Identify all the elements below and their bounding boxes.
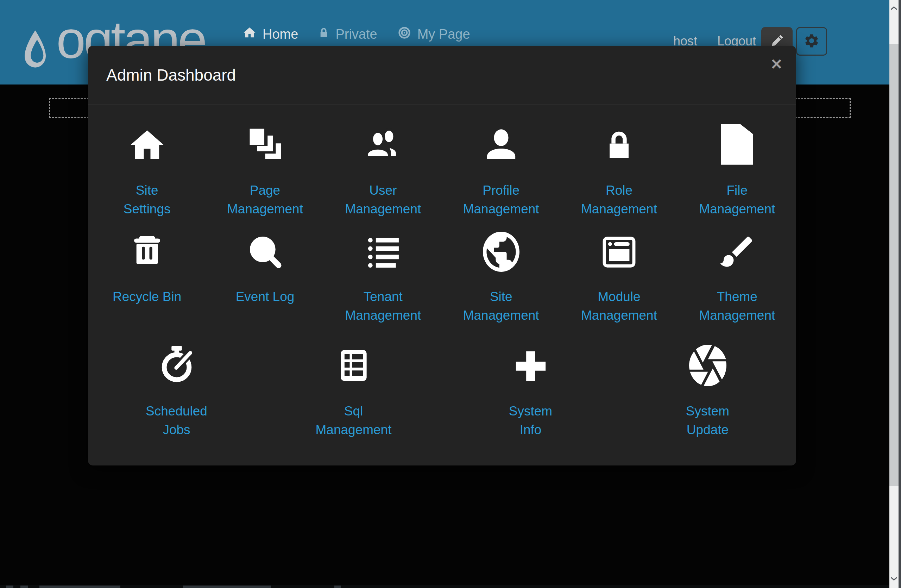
tile-label-line: Tenant — [345, 287, 421, 306]
admin-dashboard-modal: Admin Dashboard ✕ SiteSettings — [88, 46, 796, 465]
tile-label-line: Info — [509, 420, 552, 439]
tile-file-management[interactable]: FileManagement — [678, 123, 796, 229]
person-icon — [481, 123, 521, 165]
tile-label-line: Sql — [316, 402, 392, 420]
tile-label-line: Update — [686, 420, 729, 439]
globe-icon — [483, 229, 519, 272]
window-icon — [598, 229, 640, 272]
tile-label-line: System — [509, 402, 552, 420]
nav-label: My Page — [418, 27, 470, 42]
clipped-text-fragment — [183, 585, 271, 588]
tile-system-info[interactable]: SystemInfo — [442, 343, 619, 463]
tile-site-management[interactable]: SiteManagement — [442, 229, 560, 343]
tile-label-line: Management — [581, 200, 657, 218]
lock-icon — [602, 123, 636, 165]
table-icon — [334, 343, 373, 386]
home-icon — [242, 26, 257, 43]
main-nav: Home Private — [242, 25, 470, 43]
tile-label-line: Page — [227, 181, 303, 200]
tile-theme-management[interactable]: ThemeManagement — [678, 229, 796, 343]
water-drop-icon — [21, 23, 49, 80]
tile-label-line: Management — [345, 306, 421, 324]
clipped-text-fragment — [20, 585, 28, 588]
modal-body: SiteSettings PageManagement — [88, 105, 796, 463]
list-icon — [362, 229, 404, 272]
tile-label-line: File — [699, 181, 775, 200]
tile-label-line: Profile — [463, 181, 539, 200]
tile-label-line: Management — [463, 200, 539, 218]
trash-icon — [129, 229, 165, 272]
tile-label-line: User — [345, 181, 421, 200]
close-icon[interactable]: ✕ — [770, 57, 783, 72]
tile-row: SiteSettings PageManagement — [88, 105, 796, 229]
tile-label-line: Management — [463, 306, 539, 324]
nav-item-private[interactable]: Private — [318, 26, 377, 43]
users-icon — [360, 123, 406, 165]
plus-icon — [511, 343, 550, 386]
target-icon — [397, 25, 412, 43]
modal-title: Admin Dashboard — [106, 66, 236, 84]
tile-profile-management[interactable]: ProfileManagement — [442, 123, 560, 229]
tile-label-line: Management — [699, 306, 775, 324]
file-icon — [720, 123, 754, 165]
brush-icon — [717, 229, 757, 272]
tile-event-log[interactable]: Event Log — [206, 229, 324, 343]
tile-system-update[interactable]: SystemUpdate — [619, 343, 796, 463]
tile-label-line: Management — [699, 200, 775, 218]
tile-tenant-management[interactable]: TenantManagement — [324, 229, 442, 343]
tile-label-line: Management — [581, 306, 657, 324]
stopwatch-icon — [156, 343, 198, 386]
tile-label-line: Module — [581, 287, 657, 306]
tile-label-line: Management — [345, 200, 421, 218]
tile-label-line: Site — [123, 181, 171, 200]
tile-label-line: Scheduled — [146, 402, 207, 420]
gear-icon — [803, 33, 820, 50]
tile-row: ScheduledJobs SqlManagement — [88, 343, 796, 463]
lock-icon — [318, 26, 330, 43]
search-icon — [245, 229, 285, 272]
nav-label: Private — [335, 27, 377, 42]
nav-item-home[interactable]: Home — [242, 26, 298, 43]
tile-label-line: Role — [581, 181, 657, 200]
tile-label-line: Site — [463, 287, 539, 306]
tile-recycle-bin[interactable]: Recycle Bin — [88, 229, 206, 343]
scroll-up-arrow[interactable] — [889, 0, 898, 16]
scrollbar[interactable] — [889, 0, 898, 588]
tile-label-line: Event Log — [236, 287, 295, 306]
window-edge — [898, 0, 901, 588]
clipped-text-fragment — [39, 585, 120, 588]
page-settings-button[interactable] — [796, 27, 827, 56]
tile-site-settings[interactable]: SiteSettings — [88, 123, 206, 229]
tile-module-management[interactable]: ModuleManagement — [560, 229, 678, 343]
home-icon — [126, 123, 168, 165]
tile-label-line: Settings — [123, 200, 171, 218]
page: oqtane Home Private — [0, 0, 901, 588]
scroll-down-arrow[interactable] — [889, 571, 898, 586]
nav-label: Home — [263, 27, 298, 42]
clipped-status-bar — [0, 585, 889, 588]
tile-sql-management[interactable]: SqlManagement — [265, 343, 442, 463]
tile-label-line: Jobs — [146, 420, 207, 439]
scrollbar-thumb[interactable] — [889, 44, 898, 486]
tile-page-management[interactable]: PageManagement — [206, 123, 324, 229]
clipped-text-fragment — [334, 585, 341, 588]
tile-label-line: Management — [316, 420, 392, 439]
tile-label-line: System — [686, 402, 729, 420]
shutter-icon — [689, 343, 726, 386]
tile-user-management[interactable]: UserManagement — [324, 123, 442, 229]
tile-label-line: Management — [227, 200, 303, 218]
clipped-text-fragment — [6, 585, 13, 588]
tile-scheduled-jobs[interactable]: ScheduledJobs — [88, 343, 265, 463]
tile-row: Recycle Bin Event Log — [88, 229, 796, 343]
modal-header: Admin Dashboard ✕ — [88, 46, 796, 105]
tile-label-line: Recycle Bin — [113, 287, 181, 306]
nav-item-my-page[interactable]: My Page — [397, 25, 470, 43]
tile-role-management[interactable]: RoleManagement — [560, 123, 678, 229]
tile-label-line: Theme — [699, 287, 775, 306]
pages-icon — [244, 123, 286, 165]
